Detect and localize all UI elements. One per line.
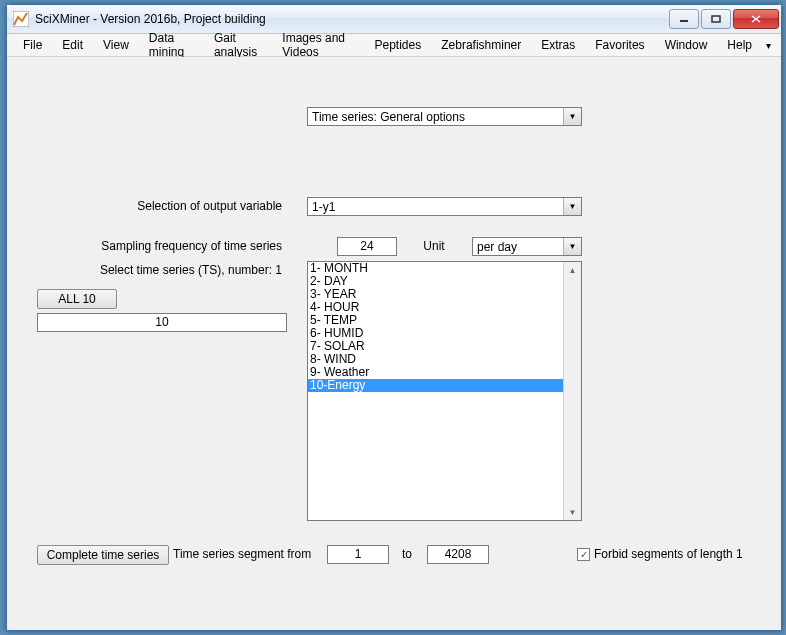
section-dropdown[interactable]: Time series: General options ▼ bbox=[307, 107, 582, 126]
segment-from-label: Time series segment from bbox=[173, 547, 333, 561]
window-title: SciXMiner - Version 2016b, Project build… bbox=[35, 12, 667, 26]
maximize-button[interactable] bbox=[701, 9, 731, 29]
sampling-value-input[interactable]: 24 bbox=[337, 237, 397, 256]
title-bar: SciXMiner - Version 2016b, Project build… bbox=[7, 5, 781, 34]
complete-time-series-button[interactable]: Complete time series bbox=[37, 545, 169, 565]
menu-favorites[interactable]: Favorites bbox=[585, 36, 654, 54]
count-input[interactable]: 10 bbox=[37, 313, 287, 332]
unit-dropdown[interactable]: per day ▼ bbox=[472, 237, 582, 256]
forbid-checkbox-wrap[interactable]: ✓ Forbid segments of length 1 bbox=[577, 547, 743, 561]
menu-overflow-icon[interactable]: ▾ bbox=[762, 38, 775, 53]
forbid-label: Forbid segments of length 1 bbox=[594, 547, 743, 561]
menu-window[interactable]: Window bbox=[655, 36, 718, 54]
scroll-up-icon[interactable]: ▲ bbox=[564, 262, 581, 278]
chevron-down-icon: ▼ bbox=[563, 108, 581, 125]
sampling-label: Sampling frequency of time series bbox=[57, 239, 282, 253]
chevron-down-icon: ▼ bbox=[563, 238, 581, 255]
list-item[interactable]: 10-Energy bbox=[308, 379, 564, 392]
time-series-listbox[interactable]: 1- MONTH2- DAY3- YEAR4- HOUR5- TEMP6- HU… bbox=[307, 261, 582, 521]
window-controls bbox=[667, 9, 779, 29]
minimize-button[interactable] bbox=[669, 9, 699, 29]
menu-edit[interactable]: Edit bbox=[52, 36, 93, 54]
output-variable-dropdown[interactable]: 1-y1 ▼ bbox=[307, 197, 582, 216]
listbox-scrollbar[interactable]: ▲ ▼ bbox=[563, 262, 581, 520]
unit-label: Unit bbox=[415, 239, 453, 253]
client-area: Time series: General options ▼ Selection… bbox=[7, 57, 781, 630]
app-icon bbox=[13, 11, 29, 27]
listbox-items: 1- MONTH2- DAY3- YEAR4- HOUR5- TEMP6- HU… bbox=[308, 262, 564, 520]
unit-value: per day bbox=[473, 240, 563, 254]
scroll-track[interactable] bbox=[564, 278, 581, 504]
menu-view[interactable]: View bbox=[93, 36, 139, 54]
menu-peptides[interactable]: Peptides bbox=[365, 36, 432, 54]
select-ts-label: Select time series (TS), number: 1 bbox=[57, 263, 282, 277]
segment-to-label: to bbox=[397, 547, 417, 561]
close-button[interactable] bbox=[733, 9, 779, 29]
scroll-down-icon[interactable]: ▼ bbox=[564, 504, 581, 520]
output-variable-label: Selection of output variable bbox=[57, 199, 282, 213]
menu-zebrafishminer[interactable]: Zebrafishminer bbox=[431, 36, 531, 54]
menu-file[interactable]: File bbox=[13, 36, 52, 54]
menu-help[interactable]: Help bbox=[717, 36, 762, 54]
chevron-down-icon: ▼ bbox=[563, 198, 581, 215]
forbid-checkbox[interactable]: ✓ bbox=[577, 548, 590, 561]
app-window: SciXMiner - Version 2016b, Project build… bbox=[6, 4, 782, 631]
segment-to-input[interactable]: 4208 bbox=[427, 545, 489, 564]
output-variable-value: 1-y1 bbox=[308, 200, 563, 214]
menu-extras[interactable]: Extras bbox=[531, 36, 585, 54]
all-button[interactable]: ALL 10 bbox=[37, 289, 117, 309]
segment-from-input[interactable]: 1 bbox=[327, 545, 389, 564]
svg-rect-3 bbox=[712, 16, 720, 22]
section-dropdown-value: Time series: General options bbox=[308, 110, 563, 124]
menu-bar: File Edit View Data mining Gait analysis… bbox=[7, 34, 781, 57]
